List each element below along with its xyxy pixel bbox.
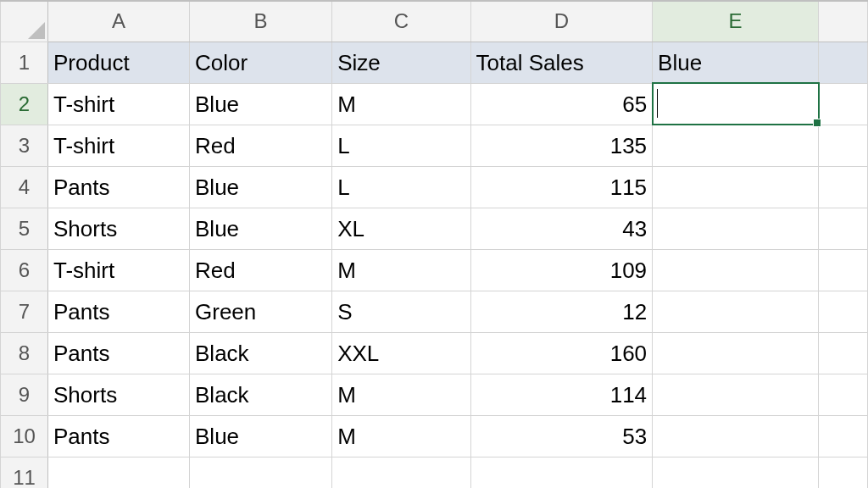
cell-B2[interactable]: Blue [190, 83, 332, 125]
cell-E1[interactable]: Blue [653, 42, 819, 83]
col-header-B[interactable]: B [190, 1, 332, 42]
column-header-row: A B C D E [1, 1, 868, 42]
cell-E10[interactable] [653, 415, 819, 457]
row-2: 2 T-shirt Blue M 65 [1, 83, 868, 125]
row-header-8[interactable]: 8 [1, 332, 48, 374]
cell-F9[interactable] [819, 374, 868, 415]
cell-E5[interactable] [653, 208, 819, 249]
cell-B9[interactable]: Black [190, 374, 332, 415]
row-1: 1 Product Color Size Total Sales Blue [1, 42, 868, 83]
cell-B4[interactable]: Blue [190, 166, 332, 208]
cell-D11[interactable] [470, 457, 653, 488]
row-header-7[interactable]: 7 [1, 291, 48, 332]
cell-C8[interactable]: XXL [332, 332, 470, 374]
cell-D9[interactable]: 114 [470, 374, 653, 415]
cell-A6[interactable]: T-shirt [48, 249, 190, 291]
row-header-6[interactable]: 6 [1, 249, 48, 291]
cell-A4[interactable]: Pants [48, 166, 190, 208]
cell-C11[interactable] [332, 457, 470, 488]
cell-D10[interactable]: 53 [470, 415, 653, 457]
cell-F10[interactable] [819, 415, 868, 457]
col-header-A[interactable]: A [48, 1, 190, 42]
cell-C10[interactable]: M [332, 415, 470, 457]
cell-D8[interactable]: 160 [470, 332, 653, 374]
cell-C1[interactable]: Size [332, 42, 470, 83]
cell-F1[interactable] [819, 42, 868, 83]
cell-A3[interactable]: T-shirt [48, 125, 190, 166]
cell-B3[interactable]: Red [190, 125, 332, 166]
col-header-F[interactable] [819, 1, 868, 42]
cell-B10[interactable]: Blue [190, 415, 332, 457]
cell-C3[interactable]: L [332, 125, 470, 166]
row-6: 6 T-shirt Red M 109 [1, 249, 868, 291]
cell-C4[interactable]: L [332, 166, 470, 208]
col-header-D[interactable]: D [470, 1, 653, 42]
row-10: 10 Pants Blue M 53 [1, 415, 868, 457]
cell-E2[interactable] [653, 83, 819, 125]
cell-F4[interactable] [819, 166, 868, 208]
row-header-4[interactable]: 4 [1, 166, 48, 208]
cell-E7[interactable] [653, 291, 819, 332]
cell-A2[interactable]: T-shirt [48, 83, 190, 125]
row-4: 4 Pants Blue L 115 [1, 166, 868, 208]
cell-D1[interactable]: Total Sales [470, 42, 653, 83]
cell-C7[interactable]: S [332, 291, 470, 332]
cell-F11[interactable] [819, 457, 868, 488]
cell-E3[interactable] [653, 125, 819, 166]
cell-F3[interactable] [819, 125, 868, 166]
cell-D2[interactable]: 65 [470, 83, 653, 125]
cell-E9[interactable] [653, 374, 819, 415]
cell-D6[interactable]: 109 [470, 249, 653, 291]
cell-B6[interactable]: Red [190, 249, 332, 291]
col-header-C[interactable]: C [332, 1, 470, 42]
row-header-10[interactable]: 10 [1, 415, 48, 457]
row-8: 8 Pants Black XXL 160 [1, 332, 868, 374]
spreadsheet-grid[interactable]: A B C D E 1 Product Color Size Total Sal… [0, 0, 868, 488]
cell-F8[interactable] [819, 332, 868, 374]
cell-A11[interactable] [48, 457, 190, 488]
row-header-9[interactable]: 9 [1, 374, 48, 415]
cell-C9[interactable]: M [332, 374, 470, 415]
cell-D4[interactable]: 115 [470, 166, 653, 208]
cell-A7[interactable]: Pants [48, 291, 190, 332]
grid-table[interactable]: A B C D E 1 Product Color Size Total Sal… [0, 0, 868, 488]
cell-C6[interactable]: M [332, 249, 470, 291]
col-header-E[interactable]: E [653, 1, 819, 42]
cell-C2[interactable]: M [332, 83, 470, 125]
row-header-11[interactable]: 11 [1, 457, 48, 488]
edit-caret-icon [657, 89, 658, 118]
cell-F7[interactable] [819, 291, 868, 332]
select-all-corner[interactable] [1, 1, 48, 42]
row-5: 5 Shorts Blue XL 43 [1, 208, 868, 249]
row-7: 7 Pants Green S 12 [1, 291, 868, 332]
cell-E8[interactable] [653, 332, 819, 374]
cell-B8[interactable]: Black [190, 332, 332, 374]
row-11: 11 [1, 457, 868, 488]
cell-E6[interactable] [653, 249, 819, 291]
cell-F5[interactable] [819, 208, 868, 249]
cell-C5[interactable]: XL [332, 208, 470, 249]
cell-A9[interactable]: Shorts [48, 374, 190, 415]
row-3: 3 T-shirt Red L 135 [1, 125, 868, 166]
cell-E4[interactable] [653, 166, 819, 208]
cell-A1[interactable]: Product [48, 42, 190, 83]
row-9: 9 Shorts Black M 114 [1, 374, 868, 415]
cell-B5[interactable]: Blue [190, 208, 332, 249]
cell-D3[interactable]: 135 [470, 125, 653, 166]
row-header-1[interactable]: 1 [1, 42, 48, 83]
row-header-5[interactable]: 5 [1, 208, 48, 249]
cell-E11[interactable] [653, 457, 819, 488]
cell-D5[interactable]: 43 [470, 208, 653, 249]
cell-A5[interactable]: Shorts [48, 208, 190, 249]
row-header-2[interactable]: 2 [1, 83, 48, 125]
cell-B1[interactable]: Color [190, 42, 332, 83]
cell-A8[interactable]: Pants [48, 332, 190, 374]
cell-F2[interactable] [819, 83, 868, 125]
cell-A10[interactable]: Pants [48, 415, 190, 457]
cell-B11[interactable] [190, 457, 332, 488]
cell-F6[interactable] [819, 249, 868, 291]
row-header-3[interactable]: 3 [1, 125, 48, 166]
cell-D7[interactable]: 12 [470, 291, 653, 332]
cell-B7[interactable]: Green [190, 291, 332, 332]
